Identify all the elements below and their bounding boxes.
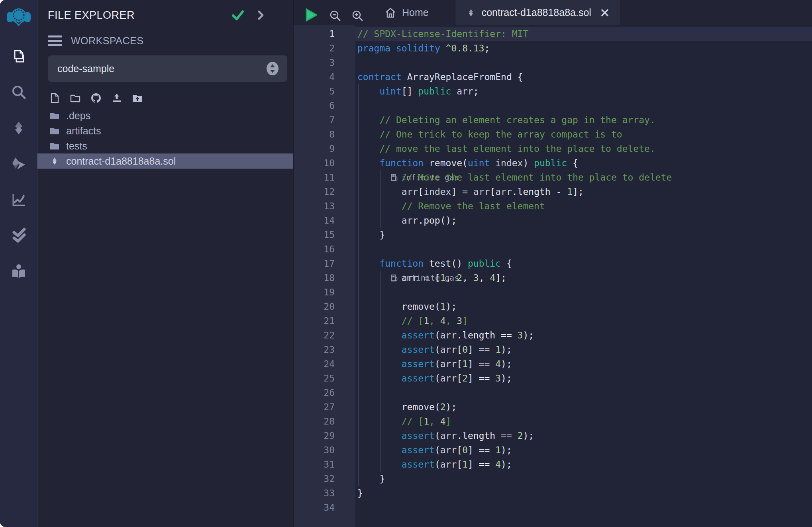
workspace-select[interactable]: code-sample [48, 55, 287, 82]
code-line[interactable]: 7 // Deleting an element creates a gap i… [294, 113, 812, 127]
line-number: 29 [294, 429, 355, 443]
line-number: 15 [294, 228, 355, 242]
line-number: 7 [294, 113, 355, 127]
folder-row[interactable]: tests [37, 138, 293, 153]
code-line[interactable]: 3 [294, 55, 812, 70]
code-line[interactable]: 32 } [294, 472, 812, 486]
code-line[interactable]: 18 arr = [1, 2, 3, 4]; [294, 271, 812, 285]
folder-row[interactable]: artifacts [37, 123, 293, 138]
line-number: 32 [294, 472, 355, 486]
code-line[interactable]: 29 assert(arr.length == 2); [294, 429, 812, 443]
panel-title: FILE EXPLORER [48, 9, 135, 22]
code-line[interactable]: 2pragma solidity ^0.8.13; [294, 41, 812, 55]
workspaces-row: WORKSPACES [37, 25, 293, 48]
code-line[interactable]: 19 [294, 285, 812, 299]
line-number: 3 [294, 55, 355, 70]
code-line[interactable]: 26 [294, 385, 812, 400]
code-line[interactable]: 20 remove(1); [294, 299, 812, 314]
code-line[interactable]: 13 // Remove the last element [294, 199, 812, 213]
line-number: 19 [294, 285, 355, 299]
code-line[interactable]: 25 assert(arr[2] == 3); [294, 371, 812, 385]
folder-name: .deps [66, 110, 90, 122]
code-line[interactable]: 12 arr[index] = arr[arr.length - 1]; [294, 185, 812, 199]
line-number: 11 [294, 170, 355, 185]
file-row-selected[interactable]: contract-d1a8818a8a.sol [37, 153, 293, 169]
new-folder-icon[interactable] [69, 92, 81, 104]
workspaces-menu-icon[interactable] [48, 35, 62, 46]
code-line[interactable]: 10 function remove(uint index) public { … [294, 156, 812, 170]
editor-area: Home contract-d1a8818a8a.sol 1// SPDX-Li… [293, 0, 812, 527]
code-line[interactable]: 24 assert(arr[1] == 4); [294, 357, 812, 371]
code-line[interactable]: 28 // [1, 4] [294, 414, 812, 429]
code-line[interactable]: 27 remove(2); [294, 400, 812, 414]
zoom-out-icon[interactable] [329, 6, 341, 25]
github-icon[interactable] [90, 92, 102, 104]
indent-guide [380, 170, 381, 228]
search-icon [10, 83, 27, 101]
line-number: 22 [294, 328, 355, 342]
code-line[interactable]: 6 [294, 98, 812, 113]
line-number: 13 [294, 199, 355, 213]
zoom-in-icon[interactable] [351, 6, 364, 25]
code-line[interactable]: 23 assert(arr[0] == 1); [294, 342, 812, 357]
line-number: 21 [294, 314, 355, 328]
line-number: 28 [294, 414, 355, 429]
code-line[interactable]: 5 uint[] public arr; [294, 84, 812, 98]
sidebar-item-file-explorer[interactable] [10, 47, 28, 65]
tab-contract-file[interactable]: contract-d1a8818a8a.sol [455, 0, 620, 25]
code-line[interactable]: 1// SPDX-License-Identifier: MIT [294, 27, 812, 41]
upload-file-icon[interactable] [111, 92, 123, 104]
code-line[interactable]: 30 assert(arr[0] == 1); [294, 443, 812, 457]
code-line[interactable]: 14 arr.pop(); [294, 213, 812, 228]
line-number: 4 [294, 70, 355, 84]
code-line[interactable]: 15 } [294, 228, 812, 242]
run-script-play-icon[interactable] [303, 5, 319, 25]
check-icon[interactable] [231, 8, 245, 22]
file-name: contract-d1a8818a8a.sol [66, 155, 176, 167]
line-number: 18 [294, 271, 355, 285]
code-line[interactable]: 33} [294, 486, 812, 500]
chevron-right-icon[interactable] [255, 10, 266, 20]
line-number: 9 [294, 142, 355, 156]
remix-ide-window: FILE EXPLORER WORKSPACES code-sample [0, 0, 812, 527]
code-editor[interactable]: 1// SPDX-License-Identifier: MIT2pragma … [294, 25, 812, 527]
line-number: 6 [294, 98, 355, 113]
code-line[interactable]: 9 // move the last element into the plac… [294, 142, 812, 156]
file-tree: .deps artifacts tests [37, 108, 293, 153]
sidebar-item-deploy-run[interactable] [10, 155, 28, 173]
close-tab-icon[interactable] [600, 8, 610, 18]
code-line[interactable]: 4contract ArrayReplaceFromEnd { [294, 70, 812, 84]
sidebar-item-solidity-compiler[interactable] [10, 119, 28, 137]
line-number: 26 [294, 385, 355, 400]
folder-icon [49, 110, 60, 121]
sidebar-item-analytics[interactable] [10, 191, 28, 209]
code-line[interactable]: 22 assert(arr.length == 3); [294, 328, 812, 342]
ethereum-deploy-icon [10, 155, 27, 173]
code-line[interactable]: 34 [294, 500, 812, 515]
code-line[interactable]: 11 // Move the last element into the pla… [294, 170, 812, 185]
upload-folder-icon[interactable] [131, 92, 143, 104]
line-number: 17 [294, 256, 355, 271]
code-line[interactable]: 21 // [1, 4, 3] [294, 314, 812, 328]
remix-logo-icon[interactable] [6, 3, 31, 29]
line-number: 20 [294, 299, 355, 314]
sidebar-item-search[interactable] [10, 83, 28, 101]
tab-home[interactable]: Home [381, 0, 433, 25]
indent-guide [358, 84, 359, 486]
folder-row[interactable]: .deps [37, 108, 293, 123]
new-file-icon[interactable] [49, 92, 61, 104]
code-line[interactable]: 8 // One trick to keep the array compact… [294, 127, 812, 142]
code-line[interactable]: 16 [294, 242, 812, 256]
line-number: 24 [294, 357, 355, 371]
sidebar-item-learneth[interactable] [10, 262, 28, 281]
line-number: 16 [294, 242, 355, 256]
files-icon [10, 47, 27, 65]
line-number: 1 [294, 27, 355, 41]
folder-icon [49, 126, 60, 136]
code-line[interactable]: 17 function test() public { infinite gas [294, 256, 812, 271]
code-line[interactable]: 31 assert(arr[1] == 4); [294, 457, 812, 472]
sidebar-item-static-analysis[interactable] [10, 226, 28, 245]
home-tab-label: Home [402, 7, 429, 18]
line-number: 5 [294, 84, 355, 98]
tab-bar: Home contract-d1a8818a8a.sol [294, 0, 812, 25]
